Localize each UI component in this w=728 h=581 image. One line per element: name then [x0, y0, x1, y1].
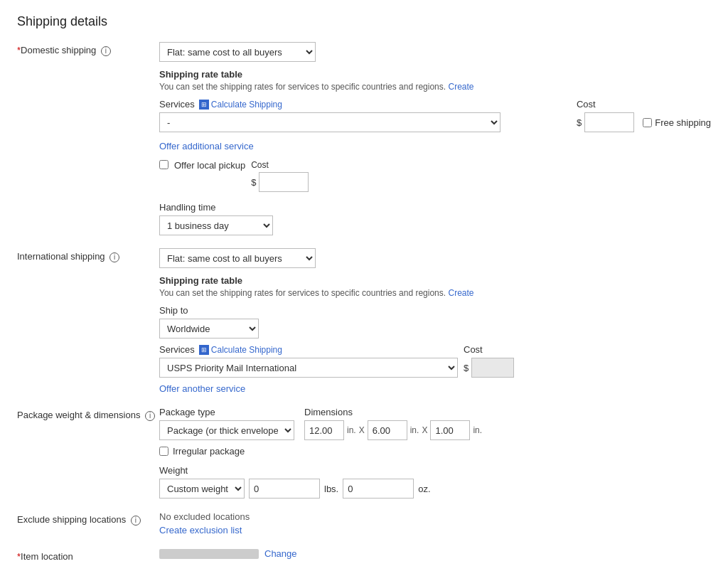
international-service-select[interactable]: USPS Priority Mail International [159, 358, 458, 378]
int-calc-icon: ⊞ [199, 345, 209, 355]
international-services-row: Services ⊞ Calculate Shipping USPS Prior… [159, 344, 711, 378]
international-shipping-dropdown[interactable]: Flat: same cost to all buyers Calculated… [159, 248, 316, 268]
custom-weight-select[interactable]: Custom weight [159, 479, 245, 499]
local-pickup-label: Offer local pickup [174, 160, 245, 171]
package-type-label: Package type [159, 407, 294, 417]
calc-icon: ⊞ [199, 100, 209, 110]
international-rate-table-create-link[interactable]: Create [448, 288, 473, 298]
domestic-free-shipping-row: Free shipping [643, 117, 711, 128]
domestic-rate-table-create-link[interactable]: Create [448, 82, 473, 92]
package-label: Package weight & dimensions i [17, 407, 159, 421]
international-cost-input[interactable] [471, 358, 514, 378]
dimensions-label: Dimensions [304, 407, 482, 417]
dimensions-inputs: in. X in. X in. [304, 420, 482, 440]
domestic-free-shipping-label: Free shipping [655, 117, 711, 128]
domestic-rate-table-title: Shipping rate table [159, 69, 711, 80]
weight-section: Weight Custom weight lbs. oz. [159, 465, 711, 499]
handling-time-select[interactable]: 1 business day Same day 2 business days … [159, 215, 273, 235]
international-shipping-section: International shipping i Flat: same cost… [17, 248, 711, 394]
domestic-free-shipping-checkbox[interactable] [643, 118, 652, 127]
domestic-services-header: Services ⊞ Calculate Shipping - Cost [159, 99, 711, 132]
package-type-col: Package type Package (or thick envelope)… [159, 407, 294, 440]
item-location-value-row: Change [159, 548, 711, 559]
international-shipping-content: Flat: same cost to all buyers Calculated… [159, 248, 711, 394]
domestic-offer-additional-link[interactable]: Offer additional service [159, 141, 254, 151]
dim3-input[interactable] [430, 420, 470, 440]
irregular-label: Irregular package [173, 446, 245, 457]
ship-to-select[interactable]: Worldwide Americas Europe Asia [159, 319, 259, 339]
page-title: Shipping details [17, 14, 711, 29]
no-excluded-label: No excluded locations [159, 511, 711, 522]
package-type-select[interactable]: Package (or thick envelope) Large envelo… [159, 420, 294, 440]
domestic-calc-shipping-link[interactable]: ⊞ Calculate Shipping [199, 100, 282, 110]
international-shipping-label: International shipping i [17, 248, 159, 262]
dim1-input[interactable] [304, 420, 344, 440]
create-exclusion-link[interactable]: Create exclusion list [159, 525, 711, 535]
international-rate-table-title: Shipping rate table [159, 275, 711, 286]
package-content: Package type Package (or thick envelope)… [159, 407, 711, 499]
domestic-rate-table-desc: You can set the shipping rates for servi… [159, 82, 711, 92]
weight-top-label: Weight [159, 465, 711, 476]
international-cost-col: Cost $ [464, 344, 514, 378]
dimensions-col: Dimensions in. X in. X in. [304, 407, 482, 440]
domestic-rate-table: Shipping rate table You can set the ship… [159, 69, 711, 92]
item-location-section: *Item location Change [17, 548, 711, 562]
lbs-unit: lbs. [324, 484, 338, 494]
domestic-shipping-info-icon[interactable]: i [101, 46, 111, 56]
ship-to-section: Ship to Worldwide Americas Europe Asia [159, 305, 711, 339]
international-rate-table: Shipping rate table You can set the ship… [159, 275, 711, 298]
international-calc-shipping-link[interactable]: ⊞ Calculate Shipping [199, 345, 282, 355]
handling-time-label: Handling time [159, 202, 711, 213]
irregular-checkbox[interactable] [159, 447, 168, 456]
package-section: Package weight & dimensions i Package ty… [17, 407, 711, 499]
dim2-input[interactable] [368, 420, 407, 440]
irregular-row: Irregular package [159, 446, 711, 457]
domestic-shipping-dropdown[interactable]: Flat: same cost to all buyers Calculated… [159, 42, 316, 62]
local-pickup-row: Offer local pickup Cost $ [159, 160, 711, 192]
international-offer-link[interactable]: Offer another service [159, 383, 245, 394]
package-info-icon[interactable]: i [145, 411, 155, 421]
domestic-cost-label: Cost [577, 99, 711, 110]
item-location-content: Change [159, 548, 711, 559]
domestic-shipping-label: *Domestic shipping i [17, 42, 159, 56]
international-services-label: Services [159, 344, 195, 355]
international-cost-label: Cost [464, 344, 514, 355]
ship-to-label: Ship to [159, 305, 711, 316]
item-location-change-link[interactable]: Change [264, 548, 297, 559]
exclude-locations-section: Exclude shipping locations i No excluded… [17, 511, 711, 535]
domestic-service-select[interactable]: - [159, 112, 500, 132]
weight-inputs: Custom weight lbs. oz. [159, 479, 711, 499]
local-pickup-checkbox[interactable] [159, 160, 168, 169]
item-location-label: *Item location [17, 548, 159, 562]
package-type-dims-row: Package type Package (or thick envelope)… [159, 407, 711, 440]
local-pickup-cost: Cost $ [251, 160, 309, 192]
exclude-locations-info-icon[interactable]: i [131, 516, 141, 526]
local-pickup-cost-input[interactable] [259, 172, 309, 192]
domestic-shipping-content: Flat: same cost to all buyers Calculated… [159, 42, 711, 235]
lbs-input[interactable] [249, 479, 320, 499]
domestic-shipping-section: *Domestic shipping i Flat: same cost to … [17, 42, 711, 235]
exclude-locations-label: Exclude shipping locations i [17, 511, 159, 526]
exclude-locations-content: No excluded locations Create exclusion l… [159, 511, 711, 535]
domestic-cost-input[interactable] [584, 112, 634, 132]
oz-unit: oz. [418, 484, 430, 494]
location-blurred-value [159, 549, 259, 559]
handling-time-section: Handling time 1 business day Same day 2 … [159, 202, 711, 235]
oz-input[interactable] [343, 479, 414, 499]
international-rate-table-desc: You can set the shipping rates for servi… [159, 288, 711, 298]
domestic-services-label: Services [159, 99, 195, 110]
international-shipping-info-icon[interactable]: i [109, 252, 119, 262]
